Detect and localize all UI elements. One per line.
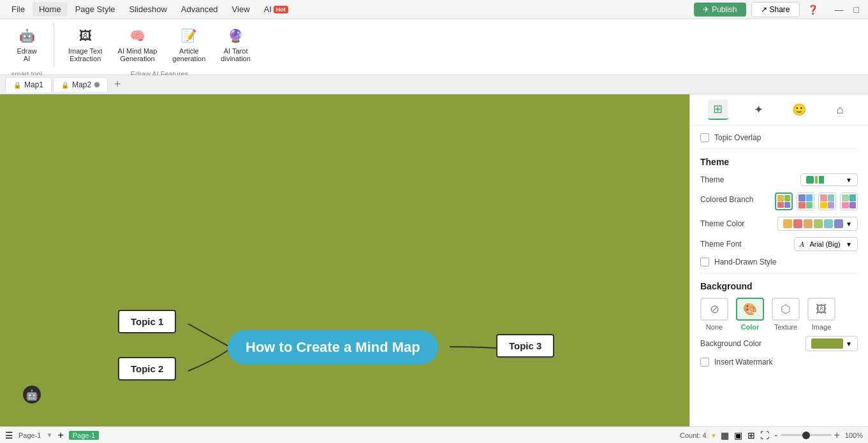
fullscreen-button[interactable]: ⛶ [760,430,769,440]
right-panel: ⊞ ✦ 🙂 ⌂ Topic Overlap Theme Theme [689,94,868,426]
bottom-right: Count: 4 ♥ ▦ ▣ ⊞ ⛶ - + 100% [680,430,863,441]
bg-image[interactable]: 🖼 Image [807,298,835,331]
menu-file[interactable]: File [5,2,31,17]
window-controls: — □ [831,3,863,16]
toolbar: 🤖 EdrawAI smart tool 🖼 Image TextExtract… [0,19,868,75]
menu-bar: File Home Page Style Slideshow Advanced … [0,0,868,19]
zoom-slider[interactable] [781,434,832,436]
background-color-control: ▼ [805,336,858,351]
background-color-row: Background Color ▼ [700,336,858,351]
topic2-label: Topic 2 [118,357,176,381]
tab-map1[interactable]: 🔒 Map1 [5,77,52,92]
panel-tab-style[interactable]: ✦ [749,99,769,120]
ai-mind-map-button[interactable]: 🧠 AI Mind MapGeneration [112,23,164,66]
add-page-button[interactable]: + [57,430,63,441]
current-page-label: Page-1 [69,431,99,440]
theme-section-title: Theme [700,157,858,167]
hand-drawn-checkbox[interactable] [700,258,709,266]
zoom-in-button[interactable]: + [834,430,840,441]
zoom-thumb [802,432,810,439]
panel-tab-settings[interactable]: ⌂ [830,99,850,120]
topic3-box[interactable]: Topic 3 [496,334,554,358]
theme-font-control: 𝐴 Arial (Big) ▼ [794,237,858,251]
background-color-button[interactable]: ▼ [805,336,858,351]
bg-texture-label: Texture [774,323,797,331]
theme-color-2 [793,219,802,228]
branch-opt-3[interactable] [818,192,836,210]
article-generation-button[interactable]: 📝 Articlegeneration [166,23,212,66]
hot-badge: Hot [274,6,288,13]
colored-branch-label: Colored Branch [700,192,758,204]
menu-page-style[interactable]: Page Style [69,2,122,17]
theme-color-4 [814,219,823,228]
topic2-box[interactable]: Topic 2 [118,357,176,381]
background-options: ⊘ None 🎨 Color ⬡ Texture 🖼 Image [700,298,858,331]
toolbar-divider-1 [54,23,54,68]
branch-opt-4[interactable] [840,192,858,210]
mindmap-connections [0,94,689,426]
bg-color[interactable]: 🎨 Color [736,298,764,331]
theme-color-dropdown[interactable]: ▼ [777,217,858,231]
tab-map2[interactable]: 🔒 Map2 [53,77,108,92]
panel-content: Topic Overlap Theme Theme ▼ [690,126,868,426]
central-topic-box[interactable]: How to Create a Mind Map [228,330,438,365]
bg-image-label: Image [812,323,832,331]
zoom-out-button[interactable]: - [774,430,777,441]
branch-opt-1[interactable] [775,192,793,210]
canvas[interactable]: Topic 1 Topic 2 How to Create a Mind Map… [0,94,689,426]
minimize-button[interactable]: — [831,3,848,16]
article-generation-icon: 📝 [180,27,198,45]
image-text-icon: 🖼 [77,27,94,45]
topic1-label: Topic 1 [118,310,176,333]
panel-tab-layout[interactable]: ⊞ [708,99,728,120]
theme-label: Theme [700,175,758,184]
theme-row: Theme ▼ [700,173,858,186]
menu-advanced[interactable]: Advanced [175,2,224,17]
image-text-extraction-button[interactable]: 🖼 Image TextExtraction [62,23,109,66]
bottom-bar: ☰ Page-1 ▼ + Page-1 Count: 4 ♥ ▦ ▣ ⊞ ⛶ -… [0,426,868,443]
theme-font-row: Theme Font 𝐴 Arial (Big) ▼ [700,237,858,251]
theme-color-strip [783,219,843,228]
branch-opt-2[interactable] [797,192,814,210]
watermark-checkbox[interactable] [700,358,709,367]
menu-slideshow[interactable]: Slideshow [123,2,173,17]
colored-branch-row: Colored Branch [700,192,858,210]
add-tab-button[interactable]: + [109,76,126,92]
menu-home[interactable]: Home [33,2,68,17]
topic-overlap-checkbox[interactable] [700,133,709,142]
edraw-ai-icon: 🤖 [18,27,36,45]
view-mode-2[interactable]: ▣ [734,430,742,440]
ai-tarot-button[interactable]: 🔮 AI Tarotdivination [214,23,256,66]
sidebar-toggle[interactable]: ☰ [5,430,13,440]
topic-overlap-label: Topic Overlap [714,133,772,142]
smart-tool-group: 🤖 EdrawAI [8,23,46,66]
bg-texture-icon: ⬡ [772,298,800,321]
background-color-swatch [811,338,843,349]
ai-tarot-icon: 🔮 [227,27,245,45]
share-button[interactable]: ↗ Share [751,2,800,17]
smart-tool-section: 🤖 EdrawAI smart tool [8,23,46,78]
menu-ai[interactable]: AI Hot [258,2,295,17]
theme-font-dropdown[interactable]: 𝐴 Arial (Big) ▼ [794,237,858,251]
view-mode-1[interactable]: ▦ [721,430,729,440]
theme-dropdown[interactable]: ▼ [800,173,858,186]
background-color-label: Background Color [700,339,761,348]
view-mode-3[interactable]: ⊞ [747,430,755,440]
edraw-ai-features-group: 🖼 Image TextExtraction 🧠 AI Mind MapGene… [62,23,257,66]
hand-drawn-label: Hand-Drawn Style [714,258,776,266]
help-button[interactable]: ❓ [805,2,821,17]
edraw-ai-button[interactable]: 🤖 EdrawAI [8,23,46,66]
theme-color-1 [783,219,792,228]
panel-tab-emoji[interactable]: 🙂 [789,99,809,120]
menu-view[interactable]: View [226,2,256,17]
theme-color-6 [834,219,843,228]
ai-avatar[interactable]: 🤖 [23,386,41,403]
tab-map2-label: Map2 [72,80,91,89]
topic1-box[interactable]: Topic 1 [118,310,176,333]
maximize-button[interactable]: □ [850,3,863,16]
watermark-label: Insert Watermark [714,358,773,367]
theme-font-label: Theme Font [700,240,758,249]
publish-button[interactable]: ✈ Publish [694,3,746,17]
bg-none[interactable]: ⊘ None [700,298,728,331]
bg-texture[interactable]: ⬡ Texture [772,298,800,331]
